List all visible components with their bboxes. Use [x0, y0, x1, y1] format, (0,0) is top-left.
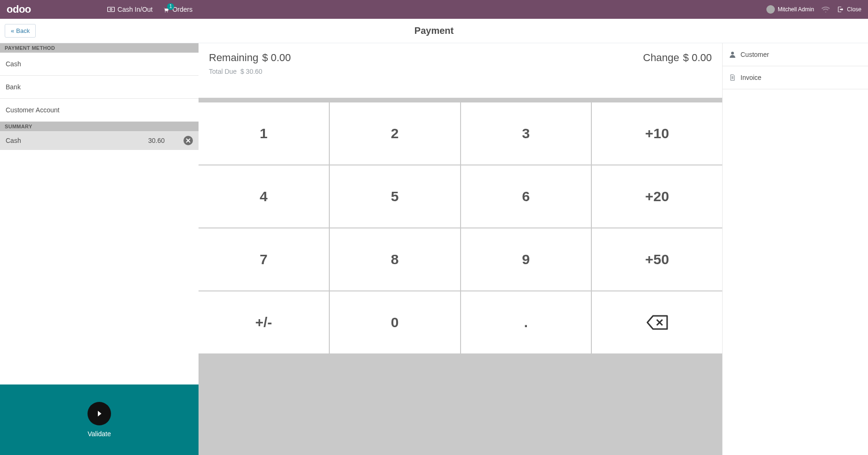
- payment-method-customer-account[interactable]: Customer Account: [0, 99, 199, 122]
- back-label: Back: [16, 27, 30, 34]
- header: « Back Payment: [0, 19, 868, 43]
- key-7[interactable]: 7: [199, 228, 329, 290]
- orders-icon: 1: [163, 6, 169, 13]
- orders-label: Orders: [172, 6, 192, 13]
- page-title: Payment: [414, 25, 454, 36]
- close-label: Close: [847, 6, 861, 13]
- remaining-value: $ 0.00: [262, 52, 291, 64]
- key-6[interactable]: 6: [461, 165, 591, 228]
- invoice-button[interactable]: Invoice: [723, 66, 868, 89]
- pm-label: Cash: [6, 60, 21, 68]
- numpad: 1 2 3 +10 4 5 6 +20 7 8 9 +50 +/- 0 .: [199, 102, 722, 353]
- key-0[interactable]: 0: [330, 291, 460, 353]
- key-4[interactable]: 4: [199, 165, 329, 228]
- validate-icon-circle: [88, 402, 111, 425]
- payment-method-header: PAYMENT METHOD: [0, 43, 199, 53]
- svg-point-1: [110, 8, 112, 10]
- pm-label: Customer Account: [6, 106, 59, 114]
- wifi-icon: [821, 6, 830, 13]
- total-due-value: $ 30.60: [240, 68, 263, 75]
- key-1[interactable]: 1: [199, 102, 329, 165]
- orders-button[interactable]: 1 Orders: [163, 6, 192, 13]
- svg-point-2: [165, 11, 166, 12]
- invoice-label: Invoice: [741, 74, 761, 81]
- key-9[interactable]: 9: [461, 228, 591, 290]
- validate-label: Validate: [88, 430, 111, 438]
- customer-label: Customer: [741, 51, 769, 58]
- key-3[interactable]: 3: [461, 102, 591, 165]
- status-row: Remaining $ 0.00 Change $ 0.00: [209, 52, 712, 64]
- summary-line-amount: 30.60: [148, 137, 165, 144]
- change-label: Change: [643, 52, 679, 64]
- close-button[interactable]: Close: [837, 6, 861, 13]
- remaining: Remaining $ 0.00: [209, 52, 291, 64]
- backspace-icon: [646, 315, 668, 330]
- chevron-left-icon: «: [11, 27, 14, 34]
- cash-in-out-label: Cash In/Out: [118, 6, 153, 13]
- total-due-label: Total Due: [209, 68, 237, 75]
- validate-button[interactable]: Validate: [0, 384, 199, 455]
- svg-rect-0: [107, 7, 114, 11]
- content: PAYMENT METHOD Cash Bank Customer Accoun…: [0, 43, 868, 455]
- key-plus-10[interactable]: +10: [592, 102, 722, 165]
- key-sign[interactable]: +/-: [199, 291, 329, 353]
- logo-text: odoo: [7, 3, 31, 16]
- summary-header: SUMMARY: [0, 122, 199, 131]
- summary-line[interactable]: Cash 30.60: [0, 131, 199, 150]
- svg-point-8: [731, 52, 734, 55]
- logo: odoo: [7, 3, 31, 16]
- delete-line-button[interactable]: [183, 136, 193, 145]
- back-button[interactable]: « Back: [5, 24, 36, 38]
- key-plus-20[interactable]: +20: [592, 165, 722, 228]
- key-backspace[interactable]: [592, 291, 722, 353]
- key-dot[interactable]: .: [461, 291, 591, 353]
- topbar: odoo Cash In/Out 1 Orders Mitchell Admin: [0, 0, 868, 19]
- remaining-label: Remaining: [209, 52, 258, 64]
- center-panel: Remaining $ 0.00 Change $ 0.00 Total Due…: [199, 43, 722, 455]
- change: Change $ 0.00: [643, 52, 712, 64]
- user-icon: [729, 51, 736, 58]
- cash-in-out-button[interactable]: Cash In/Out: [107, 6, 153, 13]
- key-8[interactable]: 8: [330, 228, 460, 290]
- key-2[interactable]: 2: [330, 102, 460, 165]
- key-plus-50[interactable]: +50: [592, 228, 722, 290]
- topbar-right: Mitchell Admin Close: [766, 5, 861, 14]
- svg-point-3: [167, 11, 168, 12]
- left-panel: PAYMENT METHOD Cash Bank Customer Accoun…: [0, 43, 199, 455]
- summary-line-name: Cash: [6, 137, 21, 144]
- right-panel: Customer Invoice: [722, 43, 868, 455]
- payment-method-cash[interactable]: Cash: [0, 53, 199, 76]
- status-panel: Remaining $ 0.00 Change $ 0.00 Total Due…: [199, 43, 722, 98]
- sign-out-icon: [837, 6, 844, 13]
- payment-method-bank[interactable]: Bank: [0, 76, 199, 99]
- change-value: $ 0.00: [683, 52, 712, 64]
- username: Mitchell Admin: [778, 6, 814, 13]
- avatar: [766, 5, 775, 14]
- chevron-right-icon: [95, 409, 104, 418]
- total-due: Total Due $ 30.60: [209, 68, 712, 75]
- topbar-left: odoo Cash In/Out 1 Orders: [7, 3, 192, 16]
- customer-button[interactable]: Customer: [723, 43, 868, 66]
- user-menu[interactable]: Mitchell Admin: [766, 5, 814, 14]
- cash-icon: [107, 7, 115, 12]
- document-icon: [729, 74, 736, 81]
- pm-label: Bank: [6, 83, 21, 91]
- key-5[interactable]: 5: [330, 165, 460, 228]
